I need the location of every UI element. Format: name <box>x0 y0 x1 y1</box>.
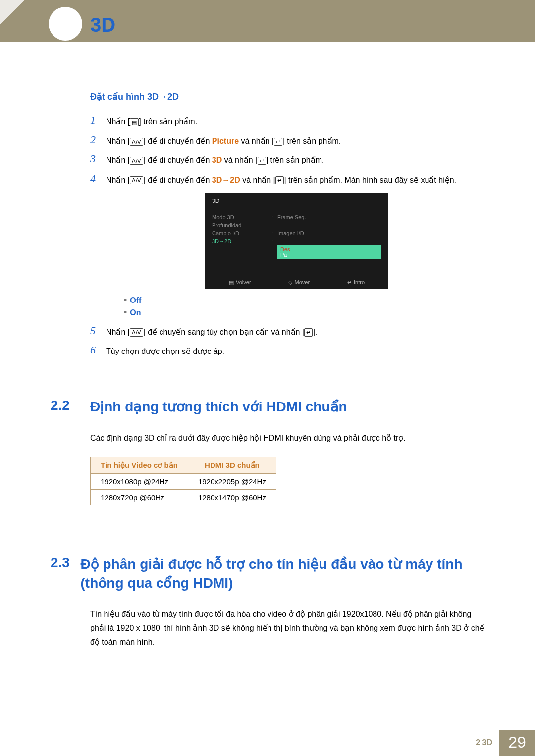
option-list: •Off •On <box>106 296 487 317</box>
osd-row: Profundidad <box>205 221 388 229</box>
table-row: 1280x720p @60Hz 1280x1470p @60Hz <box>91 489 276 505</box>
enter-icon: ↵ <box>258 157 266 165</box>
updown-icon: ᐱ/ᐯ <box>130 138 143 146</box>
updown-icon: ᐱ/ᐯ <box>130 328 143 336</box>
bullet-icon: • <box>124 307 127 317</box>
page-footer: 2 3D 29 <box>0 730 535 756</box>
option-on: On <box>130 308 141 317</box>
step-6: 6 Tùy chọn được chọn sẽ được áp. <box>90 344 487 358</box>
step-4: 4 Nhấn [ᐱ/ᐯ] để di chuyển đến 3D→2D và n… <box>90 172 487 187</box>
section-title: Định dạng tương thích với HDMI chuẩn <box>90 398 347 416</box>
format-table: Tín hiệu Video cơ bản HDMI 3D chuẩn 1920… <box>90 457 276 505</box>
osd-screenshot: 3D Modo 3D:Frame Seq. Profundidad Cambio… <box>205 193 388 289</box>
updown-icon: ᐱ/ᐯ <box>130 157 143 165</box>
osd-enter: ↵Intro <box>347 279 365 286</box>
step-number: 5 <box>90 324 106 339</box>
table-header: Tín hiệu Video cơ bản <box>91 457 188 473</box>
option-off: Off <box>130 296 141 304</box>
osd-row: Modo 3D:Frame Seq. <box>205 213 388 221</box>
step-text: Tùy chọn được chọn sẽ được áp. <box>106 344 224 358</box>
step-number: 1 <box>90 114 106 128</box>
step-text: Nhấn [ᐱ/ᐯ] để chuyển sang tùy chọn bạn c… <box>106 324 317 339</box>
step-text: Nhấn [▤] trên sản phẩm. <box>106 114 197 128</box>
menu-icon: ▤ <box>130 118 139 126</box>
osd-row: Cambio I/D:Imagen I/D <box>205 229 388 237</box>
osd-footer: ▤Volver ◇Mover ↵Intro <box>205 276 388 289</box>
instruction-steps: 1 Nhấn [▤] trên sản phẩm. 2 Nhấn [ᐱ/ᐯ] đ… <box>90 114 487 358</box>
step-text: Nhấn [ᐱ/ᐯ] để di chuyển đến Picture và n… <box>106 133 341 148</box>
page-corner-decor <box>0 0 25 25</box>
enter-icon: ↵ <box>304 328 313 336</box>
osd-move: ◇Mover <box>288 279 310 286</box>
section-paragraph: Tín hiệu đầu vào từ máy tính được tối đa… <box>90 607 487 649</box>
step-1: 1 Nhấn [▤] trên sản phẩm. <box>90 114 487 128</box>
step-number: 6 <box>90 344 106 358</box>
step-number: 4 <box>90 172 106 187</box>
table-header: HDMI 3D chuẩn <box>188 457 276 473</box>
osd-row-active: 3D→2D: <box>205 237 388 245</box>
updown-icon: ᐱ/ᐯ <box>130 176 143 184</box>
step-text: Nhấn [ᐱ/ᐯ] để di chuyển đến 3D→2D và nhấ… <box>106 172 456 187</box>
section-paragraph: Các định dạng 3D chỉ ra dưới đây được hi… <box>90 431 487 445</box>
header-bar: 3D <box>0 0 535 42</box>
section-title: Độ phân giải được hỗ trợ cho tín hiệu đầ… <box>80 555 487 593</box>
section-number: 2.3 <box>51 555 80 593</box>
section-number: 2.2 <box>51 398 90 416</box>
bullet-icon: • <box>124 295 127 305</box>
subsection-heading: Đặt cấu hình 3D→2D <box>90 91 487 102</box>
chapter-badge <box>49 7 82 41</box>
osd-option-off: Des <box>280 246 378 252</box>
enter-icon: ↵ <box>275 176 284 184</box>
step-number: 2 <box>90 133 106 148</box>
footer-chapter-label: 2 3D <box>476 730 499 756</box>
table-row: 1920x1080p @24Hz 1920x2205p @24Hz <box>91 473 276 489</box>
step-text: Nhấn [ᐱ/ᐯ] để di chuyển đến 3D và nhấn [… <box>106 152 324 167</box>
section-heading-2-3: 2.3 Độ phân giải được hỗ trợ cho tín hiệ… <box>51 555 487 593</box>
osd-dropdown: Des Ра <box>277 245 381 259</box>
step-2: 2 Nhấn [ᐱ/ᐯ] để di chuyển đến Picture và… <box>90 133 487 148</box>
chapter-title: 3D <box>90 14 115 36</box>
page-number: 29 <box>499 730 535 756</box>
step-number: 3 <box>90 152 106 167</box>
osd-option-on: Ра <box>280 252 378 258</box>
osd-title: 3D <box>205 198 388 213</box>
section-heading-2-2: 2.2 Định dạng tương thích với HDMI chuẩn <box>51 398 487 416</box>
enter-icon: ↵ <box>274 138 282 146</box>
step-3: 3 Nhấn [ᐱ/ᐯ] để di chuyển đến 3D và nhấn… <box>90 152 487 167</box>
osd-back: ▤Volver <box>229 279 251 286</box>
step-5: 5 Nhấn [ᐱ/ᐯ] để chuyển sang tùy chọn bạn… <box>90 324 487 339</box>
